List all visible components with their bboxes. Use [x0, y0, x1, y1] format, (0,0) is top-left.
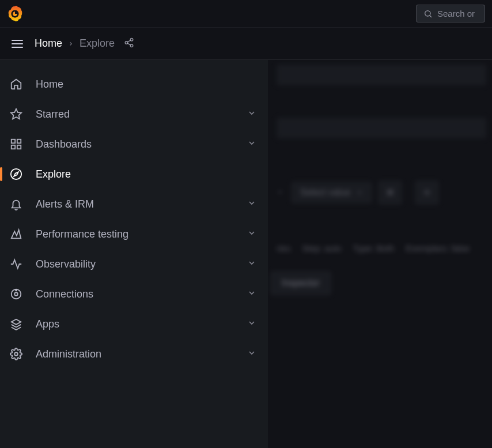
- search-placeholder: Search or: [437, 9, 475, 18]
- add-button[interactable]: +: [415, 181, 438, 204]
- breadcrumb-home[interactable]: Home: [35, 37, 62, 50]
- svg-point-4: [130, 44, 133, 47]
- chevron-down-icon: [247, 258, 256, 270]
- sidebar-item-dashboards[interactable]: Dashboards: [0, 129, 268, 159]
- svg-point-18: [14, 352, 18, 356]
- sidebar-item-label: Performance testing: [36, 228, 234, 240]
- breadcrumb-current: Explore: [80, 37, 115, 50]
- svg-rect-10: [12, 145, 15, 149]
- sidebar-item-apps[interactable]: Apps: [0, 309, 268, 339]
- svg-line-6: [127, 43, 130, 45]
- sidebar-item-alerts[interactable]: Alerts & IRM: [0, 189, 268, 219]
- compass-icon: [9, 167, 23, 181]
- sidebar-item-home[interactable]: Home: [0, 69, 268, 99]
- sidebar-item-explore[interactable]: Explore: [0, 159, 268, 189]
- chevron-down-icon: [247, 348, 256, 360]
- breadcrumb-separator: [68, 37, 74, 50]
- svg-point-0: [425, 10, 430, 16]
- sidebar-item-connections[interactable]: Connections: [0, 279, 268, 309]
- top-header: Search or: [0, 0, 492, 28]
- svg-rect-9: [17, 140, 21, 143]
- plug-icon: [9, 287, 23, 301]
- share-icon[interactable]: [124, 37, 134, 50]
- k6-icon: [9, 227, 23, 241]
- dashboards-icon: [9, 137, 23, 151]
- inspector-button[interactable]: Inspector: [271, 272, 331, 295]
- sidebar-item-label: Observability: [36, 258, 234, 270]
- sidebar-item-observability[interactable]: Observability: [0, 249, 268, 279]
- sidebar: Home Starred Dashboards Explore Alerts &…: [0, 60, 268, 448]
- svg-point-3: [125, 41, 128, 44]
- svg-marker-7: [11, 109, 21, 119]
- chevron-down-icon: [247, 198, 256, 210]
- menu-toggle[interactable]: [9, 37, 25, 50]
- breadcrumb: Home Explore: [35, 37, 115, 50]
- svg-line-5: [127, 40, 130, 42]
- chevron-down-icon: [247, 108, 256, 121]
- sidebar-item-label: Alerts & IRM: [36, 198, 234, 210]
- sidebar-item-performance[interactable]: Performance testing: [0, 219, 268, 249]
- svg-rect-11: [17, 145, 21, 149]
- svg-marker-13: [14, 172, 18, 176]
- chevron-down-icon: [247, 318, 256, 330]
- grafana-logo[interactable]: [7, 6, 23, 22]
- star-icon: [9, 107, 23, 121]
- sidebar-item-label: Starred: [36, 108, 234, 121]
- remove-button[interactable]: ✕: [379, 181, 402, 204]
- sidebar-item-administration[interactable]: Administration: [0, 339, 268, 369]
- sidebar-item-label: Dashboards: [36, 138, 234, 150]
- select-value-dropdown[interactable]: Select value: [292, 182, 372, 203]
- search-icon: [423, 9, 433, 18]
- sidebar-item-label: Home: [36, 78, 256, 91]
- breadcrumb-bar: Home Explore: [0, 28, 492, 60]
- sidebar-item-label: Explore: [36, 168, 256, 180]
- sidebar-item-starred[interactable]: Starred: [0, 99, 268, 129]
- svg-marker-17: [12, 319, 21, 325]
- search-box[interactable]: Search or: [416, 5, 485, 22]
- svg-point-12: [11, 169, 21, 179]
- chevron-down-icon: [247, 228, 256, 240]
- sidebar-item-label: Administration: [36, 348, 234, 360]
- svg-rect-8: [12, 140, 15, 143]
- chevron-down-icon: [247, 138, 256, 150]
- svg-point-15: [14, 292, 18, 296]
- svg-line-1: [430, 16, 432, 17]
- bell-icon: [9, 197, 23, 211]
- gear-icon: [9, 347, 23, 361]
- sidebar-item-label: Apps: [36, 318, 234, 330]
- svg-point-2: [130, 38, 133, 41]
- activity-icon: [9, 257, 23, 271]
- svg-point-16: [16, 290, 17, 291]
- query-options: ries Step: auto Type: Both Exemplars: fa…: [271, 236, 492, 260]
- chevron-down-icon: [247, 288, 256, 300]
- sidebar-item-label: Connections: [36, 288, 234, 300]
- home-icon: [9, 77, 23, 91]
- layers-icon: [9, 317, 23, 331]
